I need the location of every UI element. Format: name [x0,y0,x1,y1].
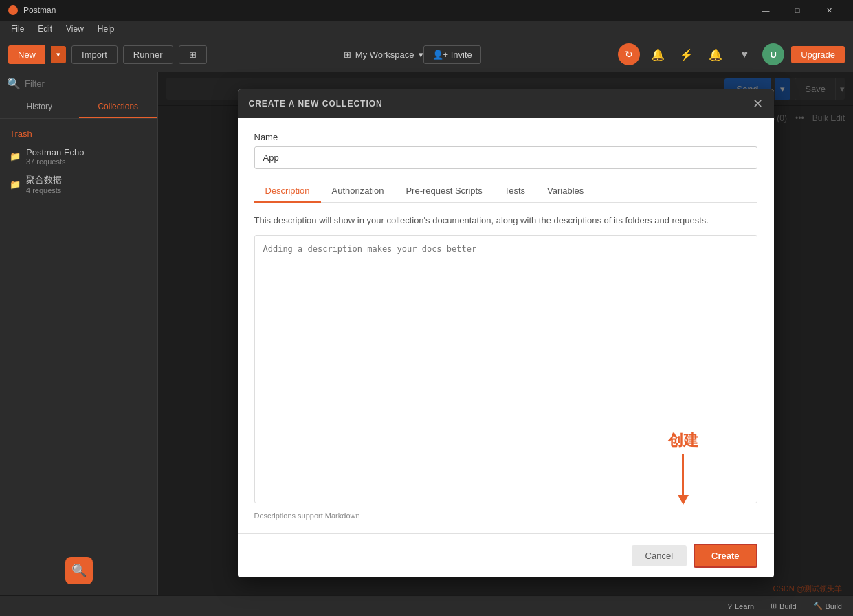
import-button[interactable]: Import [71,45,118,64]
learn-icon: ? [728,602,732,610]
window-controls: — □ ✕ [750,0,845,21]
create-collection-modal: CREATE A NEW COLLECTION ✕ Name Descripti… [238,89,774,578]
collection-item-postman-echo[interactable]: 📁 Postman Echo 37 requests [0,143,157,170]
workspace-chevron-icon: ▾ [419,50,423,60]
collection-name: Postman Echo [26,147,85,157]
modal-backdrop: CREATE A NEW COLLECTION ✕ Name Descripti… [158,72,853,595]
collection-item-juhe[interactable]: 📁 聚合数据 4 requests [0,170,157,199]
bottom-bar: ? Learn ⊞ Build 🔨 Build [0,595,853,616]
modal-close-button[interactable]: ✕ [753,98,763,110]
workspace-label: My Workspace [355,50,414,60]
invite-icon: 👤+ [432,50,449,60]
folder-icon: 📁 [10,151,21,162]
title-bar: Postman — □ ✕ [0,0,853,21]
postman-logo-icon [8,6,18,15]
notification-icon[interactable]: ⚡ [676,43,698,65]
sidebar-trash[interactable]: Trash [0,124,157,143]
modal-tabs: Description Authorization Pre-request Sc… [254,180,757,203]
search-input[interactable] [25,78,151,89]
bell-icon[interactable]: 🔔 [647,43,669,65]
browse-icon: ⊞ [771,602,777,610]
invite-button[interactable]: 👤+ Invite [423,45,481,64]
search-icon: 🔍 [7,77,21,90]
menu-edit[interactable]: Edit [32,23,58,35]
build-icon: 🔨 [813,602,823,610]
maximize-button[interactable]: □ [782,0,813,21]
menu-view[interactable]: View [60,23,89,35]
title-bar-left: Postman [8,6,56,15]
sidebar-tabs: History Collections [0,96,157,119]
content-area: Send ▾ Save ▾ Cookies Code Comments (0) … [158,72,853,595]
modal-footer: Cancel Create [238,534,774,578]
upgrade-button[interactable]: Upgrade [791,46,845,63]
modal-tab-authorization[interactable]: Authorization [321,180,395,203]
modal-tab-variables[interactable]: Variables [536,180,595,203]
app-title: Postman [23,6,56,15]
collection-name-input[interactable] [254,146,757,169]
toolbar-right: ↻ 🔔 ⚡ 🔔 ♥ U Upgrade [618,43,845,65]
sidebar-content: Trash 📁 Postman Echo 37 requests 📁 聚合数据 … [0,119,157,546]
sidebar-tab-history[interactable]: History [0,96,79,118]
workspace-selector[interactable]: ⊞ My Workspace ▾ [344,50,423,60]
minimize-button[interactable]: — [750,0,782,21]
collection-count: 37 requests [26,157,85,166]
modal-tab-description[interactable]: Description [254,180,321,203]
markdown-note: Descriptions support Markdown [254,512,757,520]
menu-bar: File Edit View Help [0,21,853,37]
cancel-button[interactable]: Cancel [632,545,687,566]
sidebar-tab-collections[interactable]: Collections [79,96,158,118]
toolbar-center: ⊞ My Workspace ▾ 👤+ Invite [212,45,613,64]
sync-icon[interactable]: ↻ [618,43,640,65]
bottom-learn[interactable]: ? Learn [728,602,754,610]
bottom-browse[interactable]: ⊞ Build [771,602,796,610]
bottom-build[interactable]: 🔨 Build [813,602,842,610]
close-button[interactable]: ✕ [813,0,845,21]
heart-icon[interactable]: ♥ [733,43,755,65]
new-button[interactable]: New [8,45,45,64]
folder-icon-2: 📁 [10,179,21,190]
user-avatar[interactable]: U [762,43,784,65]
toolbar: New ▾ Import Runner ⊞ ⊞ My Workspace ▾ 👤… [0,37,853,72]
create-button[interactable]: Create [694,544,757,568]
modal-header: CREATE A NEW COLLECTION ✕ [238,89,774,118]
new-button-dropdown[interactable]: ▾ [51,46,66,63]
modal-tab-prerequest[interactable]: Pre-request Scripts [395,180,493,203]
modal-title: CREATE A NEW COLLECTION [249,99,383,109]
modal-body: Name Description Authorization Pre-reque… [238,118,774,534]
api-builder-button[interactable]: ⊞ [179,45,207,64]
sidebar: 🔍 History Collections Trash 📁 Postman Ec… [0,72,158,595]
modal-tab-tests[interactable]: Tests [494,180,536,203]
alert-icon[interactable]: 🔔 [705,43,727,65]
description-textarea[interactable] [254,235,757,503]
runner-button[interactable]: Runner [123,45,173,64]
name-label: Name [254,132,757,142]
workspace-grid-icon: ⊞ [344,50,351,60]
main-area: 🔍 History Collections Trash 📁 Postman Ec… [0,72,853,595]
collection-count-2: 4 requests [26,186,62,195]
search-bottom-icon[interactable]: 🔍 [65,557,93,584]
menu-file[interactable]: File [5,23,30,35]
description-info-text: This description will show in your colle… [254,214,757,228]
sidebar-search-bar: 🔍 [0,72,157,96]
menu-help[interactable]: Help [92,23,120,35]
collection-name-2: 聚合数据 [26,174,62,186]
